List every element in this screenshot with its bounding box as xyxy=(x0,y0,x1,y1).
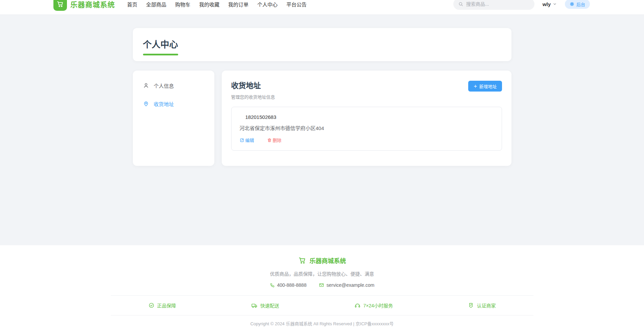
profile-sidebar: 个人信息 收货地址 xyxy=(133,71,214,166)
search-box[interactable] xyxy=(453,0,534,10)
username: wly xyxy=(543,1,551,7)
admin-button[interactable]: 后台 xyxy=(565,0,590,9)
cart-logo-icon xyxy=(53,0,67,11)
feature-label: 快速配送 xyxy=(260,302,279,309)
phone-icon xyxy=(270,283,275,288)
sidebar-item-label: 个人信息 xyxy=(154,82,174,89)
delete-label: 删除 xyxy=(273,137,282,143)
footer-tagline: 优质商品，品质保障，让您购物放心、便捷、满意 xyxy=(0,270,644,277)
nav-item-orders[interactable]: 我的订单 xyxy=(228,1,248,8)
nav-item-all-products[interactable]: 全部商品 xyxy=(146,1,166,8)
add-address-label: 新增地址 xyxy=(479,83,497,90)
footer-phone-number: 400-888-8888 xyxy=(277,282,307,288)
footer-email: service@example.com xyxy=(319,282,375,288)
footer-brand-name: 乐器商城系统 xyxy=(310,256,346,265)
address-panel: 收货地址 管理您的收货地址信息 新增地址 18201502683 河北省保定市涿… xyxy=(222,71,511,166)
feature-fast-delivery: 快速配送 xyxy=(251,302,279,309)
delete-address-button[interactable]: 删除 xyxy=(267,137,282,143)
page-title: 个人中心 xyxy=(143,37,178,50)
sidebar-item-profile[interactable]: 个人信息 xyxy=(133,78,214,93)
user-icon xyxy=(143,82,149,88)
brand-name: 乐器商城系统 xyxy=(70,0,115,9)
top-header: 乐器商城系统 首页 全部商品 购物车 我的收藏 我的订单 个人中心 平台公告 w… xyxy=(0,0,644,15)
nav-item-profile-center[interactable]: 个人中心 xyxy=(257,1,278,8)
main-nav: 首页 全部商品 购物车 我的收藏 我的订单 个人中心 平台公告 xyxy=(127,1,307,8)
address-phone: 18201502683 xyxy=(245,114,277,120)
truck-icon xyxy=(251,302,258,309)
copyright: Copyright © 2024 乐器商城系统 All Rights Reser… xyxy=(0,320,644,327)
edit-address-button[interactable]: 编辑 xyxy=(240,137,254,143)
address-text: 河北省保定市涿州市德信学府小区404 xyxy=(240,124,494,131)
edit-icon xyxy=(240,138,244,143)
gear-icon xyxy=(570,2,574,6)
mail-icon xyxy=(319,282,324,288)
main-content: 个人中心 个人信息 收货地址 收货地址 管理您的收货 xyxy=(133,28,511,166)
cart-icon xyxy=(298,256,306,264)
search-input[interactable] xyxy=(466,1,530,7)
nav-item-announcements[interactable]: 平台公告 xyxy=(286,1,307,8)
feature-label: 7×24小时服务 xyxy=(363,302,393,309)
pin-icon xyxy=(143,101,149,107)
nav-item-home[interactable]: 首页 xyxy=(127,1,137,8)
footer-email-address: service@example.com xyxy=(327,282,375,288)
add-address-button[interactable]: 新增地址 xyxy=(468,81,502,92)
sidebar-item-label: 收货地址 xyxy=(154,100,174,107)
edit-label: 编辑 xyxy=(245,137,254,143)
feature-24h-service: 7×24小时服务 xyxy=(354,302,393,309)
badge-icon xyxy=(468,302,474,308)
sidebar-item-address[interactable]: 收货地址 xyxy=(133,96,214,111)
trash-icon xyxy=(267,138,272,143)
admin-button-label: 后台 xyxy=(576,1,585,7)
title-underline xyxy=(143,54,178,55)
footer-brand: 乐器商城系统 xyxy=(0,256,644,265)
nav-item-cart[interactable]: 购物车 xyxy=(175,1,190,8)
address-card: 18201502683 河北省保定市涿州市德信学府小区404 编辑 删 xyxy=(231,107,502,151)
chevron-down-icon xyxy=(553,2,557,6)
footer-features: 正品保障 快速配送 7×24小时服务 认证商家 xyxy=(111,295,533,315)
footer-phone: 400-888-8888 xyxy=(270,282,307,288)
brand-logo[interactable]: 乐器商城系统 xyxy=(53,0,115,11)
plus-icon xyxy=(473,84,478,88)
feature-label: 认证商家 xyxy=(477,302,496,309)
page-footer: 乐器商城系统 优质商品，品质保障，让您购物放心、便捷、满意 400-888-88… xyxy=(0,245,644,329)
feature-certified-merchant: 认证商家 xyxy=(468,302,496,309)
page-title-card: 个人中心 xyxy=(133,28,511,61)
feature-label: 正品保障 xyxy=(157,302,176,309)
user-menu[interactable]: wly xyxy=(543,1,557,7)
headset-icon xyxy=(354,302,361,309)
check-circle-icon xyxy=(148,302,154,308)
section-title: 收货地址 xyxy=(231,79,275,90)
search-icon xyxy=(458,1,463,7)
feature-authentic: 正品保障 xyxy=(148,302,176,309)
section-subtitle: 管理您的收货地址信息 xyxy=(231,94,275,100)
nav-item-favorites[interactable]: 我的收藏 xyxy=(199,1,219,8)
